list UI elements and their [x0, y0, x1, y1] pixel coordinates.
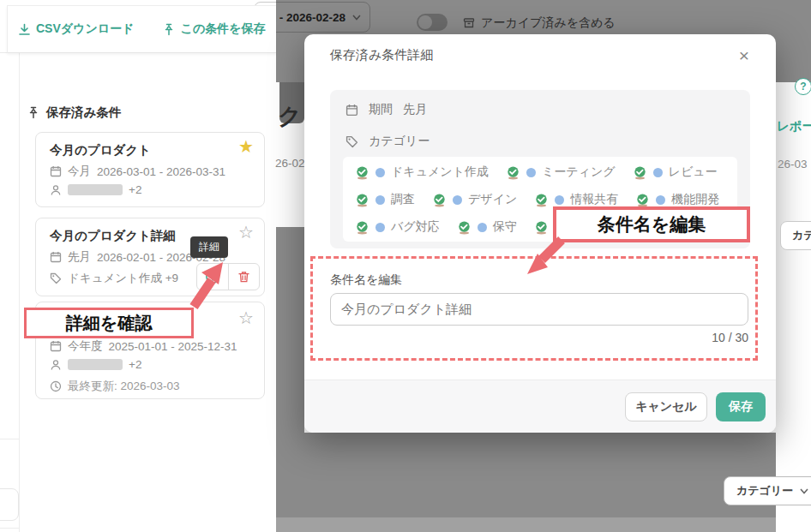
app-logo-icon [534, 220, 549, 235]
help-icon[interactable]: ? [795, 78, 811, 95]
card-action-group [196, 263, 260, 290]
detail-tooltip: 詳細 [190, 236, 228, 258]
page-edge-line [0, 439, 19, 439]
modal-backdrop [276, 227, 304, 532]
chevron-down-icon [800, 488, 808, 494]
favorite-star-icon[interactable]: ☆ [238, 309, 254, 326]
cancel-button[interactable]: キャンセル [625, 392, 707, 421]
app-logo-icon [635, 193, 650, 207]
page-footer-band [276, 517, 776, 532]
category-color-dot [478, 223, 487, 232]
char-counter: 10 / 30 [330, 331, 748, 344]
calendar-icon [50, 251, 62, 263]
close-icon[interactable]: × [731, 43, 757, 69]
background-date-fragment-right: 26-03 [778, 158, 808, 170]
app-logo-icon [355, 220, 369, 235]
saved-condition-toolbar: CSVダウンロード この条件を保存 [7, 5, 276, 53]
app-logo-icon [633, 165, 647, 180]
save-condition-button[interactable]: この条件を保存 [163, 21, 265, 37]
redacted-member-name [68, 184, 123, 195]
app-logo-icon [534, 193, 549, 207]
category-color-dot [375, 168, 385, 177]
background-date-fragment-left: 26-02 [275, 157, 305, 170]
card-members-row: +2 [50, 358, 141, 371]
page-edge-line [0, 528, 19, 529]
csv-download-label: CSVダウンロード [36, 21, 134, 37]
annotation-edit-name: 条件名を編集 [553, 206, 750, 242]
category-chip: 機能開発 [635, 192, 719, 207]
csv-download-button[interactable]: CSVダウンロード [18, 21, 134, 37]
category-chip: バグ対応 [355, 219, 440, 235]
category-chip: 保守 [457, 219, 517, 235]
category-chip: デザイン [432, 192, 517, 207]
category-color-dot [375, 195, 385, 205]
chip-row: ドキュメント作成 ミーティング レビュー [343, 158, 737, 186]
info-icon [205, 269, 220, 284]
condition-name-input[interactable] [330, 293, 748, 326]
app-logo-icon [457, 220, 472, 235]
save-condition-label: この条件を保存 [180, 21, 265, 37]
favorite-star-icon[interactable]: ★ [238, 138, 254, 155]
delete-button[interactable] [229, 264, 260, 290]
person-icon [50, 359, 62, 371]
calendar-icon [50, 340, 62, 352]
category-chip: レビュー [633, 164, 718, 180]
favorite-star-icon[interactable]: ☆ [238, 224, 254, 241]
trash-icon [237, 271, 250, 284]
card-period-row: 今年度 2025-01-01 - 2025-12-31 [50, 338, 237, 354]
category-chip: ドキュメント作成 [355, 164, 489, 180]
modal-footer: キャンセル 保存 [304, 380, 776, 433]
summary-period-row: 期間 先月 [345, 102, 427, 117]
category-filter-button-fragment[interactable]: カテ [780, 221, 811, 250]
card-title: 今月のプロダクト [50, 142, 151, 158]
calendar-icon [50, 165, 62, 177]
category-dropdown-button[interactable]: カテゴリー [724, 476, 811, 505]
category-color-dot [526, 168, 536, 177]
category-color-dot [656, 195, 665, 205]
tag-icon [50, 272, 62, 284]
category-color-dot [453, 195, 462, 205]
category-color-dot [375, 223, 385, 232]
redacted-member-name [68, 359, 123, 370]
condition-name-label: 条件名を編集 [330, 272, 402, 288]
pin-icon [163, 23, 175, 36]
saved-condition-card[interactable]: 今月のプロダクト詳細 ☆ 先月 2026-02-01 - 2026-02-28 … [35, 218, 265, 296]
card-period-row: 今月 2026-03-01 - 2026-03-31 [50, 164, 225, 179]
category-chip: ミーティング [506, 164, 616, 180]
tag-icon [345, 135, 358, 148]
card-members-row: +2 [50, 183, 141, 196]
card-category-row: ドキュメント作成 +9 [50, 271, 178, 286]
category-color-dot [653, 168, 663, 177]
saved-conditions-header: 保存済み条件 [27, 105, 121, 121]
app-logo-icon [355, 193, 369, 207]
modal-title: 保存済み条件詳細 [330, 47, 433, 63]
category-chip: 調査 [355, 192, 415, 207]
category-chip: 情報共有 [534, 192, 618, 207]
category-color-dot [555, 195, 564, 205]
saved-condition-card[interactable]: 今月のプロダクト ★ 今月 2026-03-01 - 2026-03-31 +2 [35, 132, 265, 207]
download-icon [18, 23, 31, 36]
app-root: 01 - 2026-02-28 アーカイブ済みを含める クト 26-02 レポー… [0, 0, 811, 532]
save-button[interactable]: 保存 [716, 392, 766, 421]
report-link-fragment[interactable]: レポー [777, 118, 811, 134]
clock-icon [50, 380, 62, 392]
page-card-fragment [0, 488, 19, 521]
app-logo-icon [355, 165, 369, 180]
calendar-icon [345, 104, 358, 117]
person-icon [50, 184, 62, 196]
summary-category-row: カテゴリー [345, 134, 430, 149]
app-logo-icon [506, 165, 520, 180]
saved-conditions-panel: 保存済み条件 今月のプロダクト ★ 今月 2026-03-01 - 2026-0… [19, 53, 274, 532]
detail-info-button[interactable] [197, 264, 229, 290]
app-logo-icon [432, 193, 447, 207]
card-title: 今月のプロダクト詳細 [50, 228, 176, 244]
annotation-check-details: 詳細を確認 [24, 308, 194, 338]
pin-icon [27, 106, 39, 119]
card-updated-row: 最終更新: 2026-03-03 [50, 379, 180, 394]
